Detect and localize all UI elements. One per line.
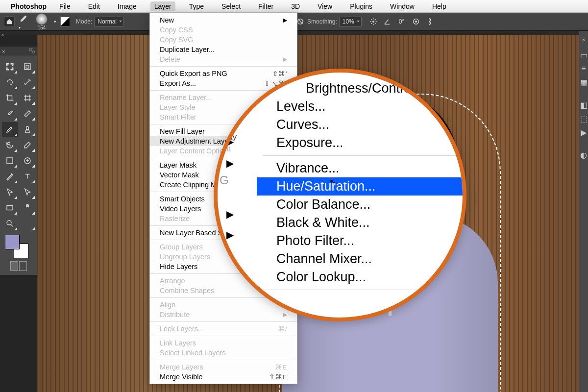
submenu-arrow-icon: ▶	[226, 157, 234, 169]
menu-filter[interactable]: Filter	[254, 1, 277, 11]
menu-file[interactable]: File	[55, 1, 74, 11]
pen-tool[interactable]	[2, 169, 18, 184]
menu-item-duplicate-layer-[interactable]: Duplicate Layer...	[150, 45, 297, 54]
color-swatches[interactable]	[5, 235, 28, 258]
gradient-tool[interactable]	[2, 153, 18, 168]
zoom-tool[interactable]	[2, 216, 18, 231]
menu-item-distribute: Distribute▶	[150, 310, 297, 319]
zoom-callout: ▶ ▶ ▶ ▶ New Adjustment Lay Layer Content…	[214, 69, 466, 321]
menu-view[interactable]: View	[314, 1, 336, 11]
menu-item-select-linked-layers: Select Linked Layers	[150, 348, 297, 358]
type-tool[interactable]	[20, 169, 35, 184]
menu-3d[interactable]: 3D	[287, 1, 304, 11]
menu-shortcut-edge: ⌘G	[214, 173, 230, 187]
angle-icon[interactable]	[382, 17, 392, 26]
angle-value[interactable]: 0°	[399, 18, 404, 25]
cursor-icon: ↖	[328, 175, 339, 189]
brush-toggle-icon[interactable]	[60, 17, 70, 26]
menu-item-copy-css: Copy CSS	[150, 25, 297, 35]
panel-icon[interactable]: ◧	[579, 98, 588, 111]
menu-item-link-layers: Link Layers	[150, 338, 297, 348]
quick-mask-toggle[interactable]	[2, 261, 35, 271]
menu-item-new[interactable]: New▶	[150, 15, 297, 25]
adjustment-black-white-[interactable]: Black & White...	[257, 214, 463, 232]
menu-help[interactable]: Help	[428, 1, 450, 11]
smoothing-label: Smoothing:	[307, 18, 337, 25]
adjustment-photo-filter-[interactable]: Photo Filter...	[257, 232, 463, 250]
menu-item-copy-svg: Copy SVG	[150, 35, 297, 45]
menu-item-quick-export-as-png[interactable]: Quick Export as PNG⇧⌘'	[150, 69, 297, 78]
foreground-color[interactable]	[5, 235, 20, 249]
menu-item-delete: Delete▶	[150, 54, 297, 64]
mode-label: Mode:	[76, 18, 92, 25]
menu-edit[interactable]: Edit	[84, 1, 104, 11]
dodge-tool[interactable]	[20, 153, 35, 168]
magic-wand-tool[interactable]	[20, 75, 35, 90]
app-name[interactable]: Photoshop	[11, 2, 47, 10]
tool-preset-icon[interactable]: ▾	[19, 13, 29, 30]
dots-tool[interactable]	[20, 216, 35, 231]
brush-preview[interactable]: 154	[32, 13, 51, 30]
eraser-tool[interactable]	[20, 138, 35, 152]
blend-mode-select[interactable]: Normal	[94, 17, 124, 26]
svg-point-3	[416, 21, 417, 23]
menu-image[interactable]: Image	[114, 1, 141, 11]
adjustment-vibrance-[interactable]: Vibrance...	[257, 159, 463, 177]
adjustment-submenu: Brightness/ContrastLevels...Curves...Exp…	[257, 79, 463, 294]
tools-panel: ×»	[0, 47, 37, 275]
adjustment-channel-mixer-[interactable]: Channel Mixer...	[257, 250, 463, 268]
adjustment-color-balance-[interactable]: Color Balance...	[257, 196, 463, 214]
panel-close-icon[interactable]: ×	[2, 49, 5, 54]
history-brush-tool[interactable]	[2, 138, 18, 152]
submenu-arrow-icon: ▶	[226, 229, 234, 241]
menu-layer[interactable]: Layer	[150, 1, 175, 11]
right-panel-dock: × ▭ ≡ ▦ ◧ ⬚ ▶ ◐	[579, 31, 588, 392]
toolbox-collapse-icon[interactable]: »	[28, 46, 33, 54]
pressure-icon[interactable]	[411, 17, 421, 26]
brush-tool[interactable]	[2, 122, 18, 137]
menu-select[interactable]: Select	[218, 1, 245, 11]
adjustment-exposure-[interactable]: Exposure...	[257, 134, 463, 152]
eyedropper-tool[interactable]	[2, 106, 18, 121]
panel-icon[interactable]: ◐	[579, 148, 588, 161]
adjustment-hue-saturation-[interactable]: Hue/Saturation...↖	[257, 177, 463, 196]
adjustment-curves-[interactable]: Curves...	[257, 116, 463, 134]
dock-close-icon[interactable]: ×	[579, 37, 588, 43]
panel-icon[interactable]: ≡	[579, 62, 588, 75]
home-button[interactable]	[4, 16, 15, 27]
macos-menubar: Photoshop FileEditImageLayerTypeSelectFi…	[0, 0, 588, 13]
lasso-tool[interactable]	[2, 75, 18, 90]
crop-tool[interactable]	[2, 91, 18, 105]
frame-tool[interactable]	[20, 91, 35, 105]
menu-type[interactable]: Type	[185, 1, 208, 11]
gear-icon[interactable]	[368, 17, 378, 26]
menu-plugins[interactable]: Plugins	[346, 1, 376, 11]
stamp-tool[interactable]	[20, 122, 35, 137]
menu-window[interactable]: Window	[386, 1, 418, 11]
submenu-arrow-icon: ▶	[226, 208, 234, 220]
panel-icon[interactable]: ▦	[579, 76, 588, 89]
panel-icon[interactable]: ⬚	[579, 112, 588, 125]
symmetry-icon[interactable]	[425, 17, 435, 26]
rectangle-tool[interactable]	[2, 200, 18, 215]
ruler-tool[interactable]	[20, 106, 35, 121]
panel-icon[interactable]: ▶	[579, 126, 588, 139]
menu-item-merge-visible[interactable]: Merge Visible⇧⌘E	[150, 372, 297, 382]
hand-tool[interactable]	[20, 200, 35, 215]
direct-select-tool[interactable]	[20, 185, 35, 199]
panel-icon[interactable]: ▭	[579, 49, 588, 61]
menu-item-lock-layers-: Lock Layers...⌘/	[150, 324, 297, 334]
move-tool[interactable]	[2, 59, 18, 74]
svg-point-1	[372, 21, 374, 23]
menu-item-merge-layers: Merge Layers⌘E	[150, 362, 297, 372]
artboard-tool[interactable]	[20, 59, 35, 74]
tab-close-icon[interactable]: ×	[1, 32, 4, 38]
smoothing-select[interactable]: 10%	[339, 17, 362, 26]
path-select-tool[interactable]	[2, 185, 18, 199]
